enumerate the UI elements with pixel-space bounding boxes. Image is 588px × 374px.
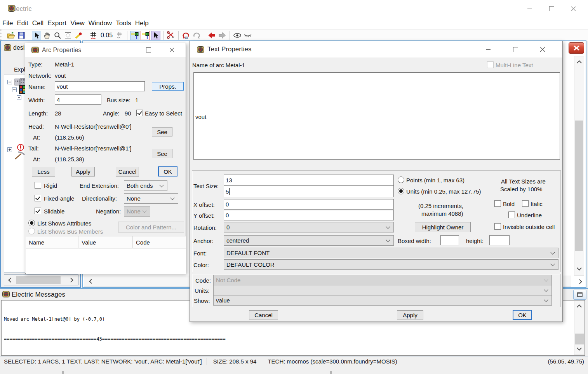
special-select-icon[interactable] <box>151 31 160 40</box>
select-area-icon[interactable] <box>63 31 73 40</box>
expand-box-errors[interactable] <box>7 147 12 152</box>
pan-hand-icon[interactable] <box>42 31 52 40</box>
highlight-owner-button[interactable]: Highlight Owner <box>415 222 471 232</box>
save-library-icon[interactable] <box>17 31 26 40</box>
less-button[interactable]: Less <box>32 167 55 177</box>
go-back-icon[interactable] <box>207 31 216 40</box>
arc-width-input[interactable]: 4 <box>55 94 101 105</box>
attributes-table[interactable]: Name Value Code <box>26 236 186 274</box>
jobs-pick-icon[interactable] <box>14 151 26 160</box>
zoom-icon[interactable] <box>53 31 62 40</box>
minimize-icon[interactable] <box>519 0 541 17</box>
minimize-icon[interactable] <box>475 41 502 58</box>
text-cancel-button[interactable]: Cancel <box>249 310 278 320</box>
minimize-icon[interactable] <box>113 43 137 57</box>
scroll-left-icon[interactable] <box>89 279 94 284</box>
scroll-up-icon[interactable] <box>577 60 582 65</box>
select-cursor-icon[interactable] <box>32 31 41 40</box>
text-size-units-input[interactable]: 5 <box>224 186 394 197</box>
menu-tools[interactable]: Tools <box>116 19 131 27</box>
export-pin-icon[interactable] <box>130 31 139 40</box>
slidable-checkbox[interactable] <box>35 208 41 214</box>
collapse-display-icon[interactable] <box>243 31 252 40</box>
scroll-down-icon[interactable] <box>577 346 582 351</box>
scroll-right-icon[interactable] <box>68 278 73 283</box>
column-header-value[interactable]: Value <box>78 236 133 248</box>
scroll-up-icon[interactable] <box>577 304 582 309</box>
grid-alignment-icon[interactable] <box>115 31 124 40</box>
maximize-icon[interactable] <box>541 0 562 17</box>
show-select[interactable]: value <box>213 295 552 306</box>
arc-apply-button[interactable]: Apply <box>71 167 95 177</box>
menu-edit[interactable]: Edit <box>17 19 28 27</box>
arc-ok-button[interactable]: OK <box>158 166 177 177</box>
easy-to-select-checkbox[interactable] <box>136 110 143 116</box>
italic-checkbox[interactable] <box>522 200 529 207</box>
text-ok-button[interactable]: OK <box>513 310 532 320</box>
props-button[interactable]: Props. <box>152 82 184 91</box>
arc-cancel-button[interactable]: Cancel <box>116 167 139 177</box>
close-icon[interactable] <box>160 43 183 57</box>
edit-vscroll-thumb[interactable] <box>575 121 583 251</box>
measure-icon[interactable] <box>74 31 83 40</box>
fixed-angle-checkbox[interactable] <box>35 195 41 201</box>
anchor-select[interactable]: centered <box>224 235 394 246</box>
toggle-grid-icon[interactable] <box>89 31 98 40</box>
undo-icon[interactable] <box>181 31 191 40</box>
rotation-select[interactable]: 0 <box>224 222 394 232</box>
text-size-points-input[interactable]: 13 <box>224 175 394 186</box>
menu-view[interactable]: View <box>70 19 85 27</box>
menu-export[interactable]: Export <box>47 19 66 27</box>
expand-box-subcell[interactable] <box>17 95 21 100</box>
scroll-left-icon[interactable] <box>8 278 13 283</box>
scroll-right-icon[interactable] <box>577 279 582 284</box>
y-offset-input[interactable]: 0 <box>224 210 394 220</box>
menu-window[interactable]: Window <box>89 19 112 27</box>
tab-explorer[interactable]: Expl <box>14 66 25 73</box>
list-attributes-radio[interactable] <box>28 220 35 226</box>
messages-restore-icon[interactable] <box>573 290 586 300</box>
boxed-height-input[interactable] <box>489 235 510 245</box>
redo-icon[interactable] <box>192 31 201 40</box>
messages-vscroll-thumb[interactable] <box>575 334 584 344</box>
edit-vscrollbar[interactable] <box>574 56 584 276</box>
column-header-code[interactable]: Code <box>133 236 186 248</box>
underline-checkbox[interactable] <box>508 211 515 218</box>
preferences-icon[interactable] <box>166 31 176 40</box>
grid-spacing-value[interactable]: 0.05 <box>101 32 113 39</box>
explorer-hscrollbar[interactable] <box>4 274 78 285</box>
color-select[interactable]: DEFAULT COLOR <box>224 259 558 270</box>
x-offset-input[interactable]: 0 <box>224 199 394 210</box>
maximize-icon[interactable] <box>137 43 160 57</box>
menu-help[interactable]: Help <box>135 19 149 27</box>
explorer-hscroll-thumb[interactable] <box>16 276 61 284</box>
menu-cell[interactable]: Cell <box>32 19 43 27</box>
directionality-select[interactable]: None <box>124 193 178 204</box>
go-forward-icon[interactable] <box>217 31 227 40</box>
rigid-checkbox[interactable] <box>35 182 41 189</box>
menu-file[interactable]: File <box>2 19 13 27</box>
column-header-name[interactable]: Name <box>26 236 78 248</box>
maximize-icon[interactable] <box>502 41 529 58</box>
points-radio[interactable] <box>398 177 404 183</box>
open-library-icon[interactable] <box>6 31 16 40</box>
invisible-outside-cell-checkbox[interactable] <box>494 223 501 230</box>
expand-display-icon[interactable] <box>233 31 242 40</box>
export-pin-boxed-icon[interactable] <box>141 31 150 40</box>
messages-vscrollbar[interactable] <box>574 301 584 355</box>
close-icon[interactable] <box>562 0 584 17</box>
units-radio[interactable] <box>398 188 404 194</box>
scroll-down-icon[interactable] <box>577 266 582 271</box>
expand-box-cell[interactable] <box>12 87 17 92</box>
text-apply-button[interactable]: Apply <box>397 310 423 320</box>
text-content-area[interactable]: vout <box>193 72 560 160</box>
edit-window-close-icon[interactable] <box>569 42 584 54</box>
close-icon[interactable] <box>529 41 556 58</box>
end-extension-select[interactable]: Both ends <box>124 180 167 191</box>
library-icon[interactable] <box>14 77 26 86</box>
arc-name-input[interactable]: vout <box>55 81 145 91</box>
see-tail-button[interactable]: See <box>152 149 172 158</box>
units-select[interactable] <box>213 285 552 295</box>
font-select[interactable]: DEFAULT FONT <box>224 248 558 258</box>
expand-box-library[interactable] <box>7 80 12 84</box>
